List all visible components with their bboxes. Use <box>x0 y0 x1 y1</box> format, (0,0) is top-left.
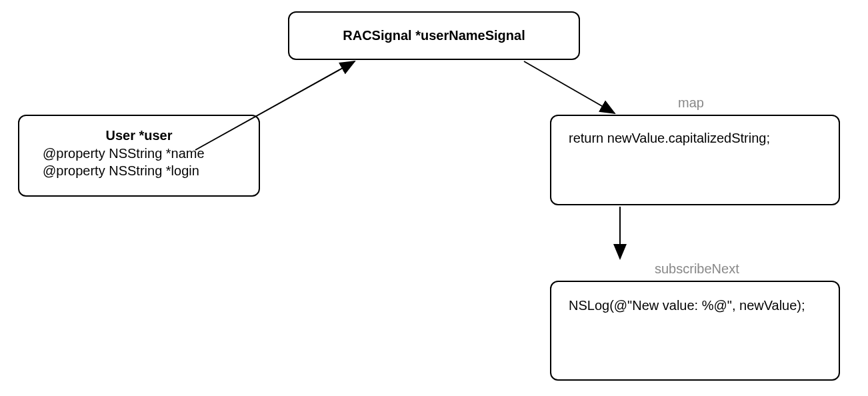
signal-title: RACSignal *userNameSignal <box>343 28 525 43</box>
subscribe-label: subscribeNext <box>655 261 739 277</box>
subscribe-body: NSLog(@"New value: %@", newValue); <box>569 298 805 313</box>
user-property-login: @property NSString *login <box>19 162 259 179</box>
map-body: return newValue.capitalizedString; <box>569 131 770 145</box>
map-label: map <box>678 95 704 111</box>
user-title: User *user <box>19 128 259 143</box>
user-box: User *user @property NSString *name @pro… <box>18 115 260 197</box>
subscribe-box: NSLog(@"New value: %@", newValue); <box>550 281 840 381</box>
signal-box: RACSignal *userNameSignal <box>288 11 580 60</box>
user-property-name: @property NSString *name <box>19 145 259 162</box>
map-box: return newValue.capitalizedString; <box>550 115 840 205</box>
arrow-signal-to-map <box>524 61 615 113</box>
